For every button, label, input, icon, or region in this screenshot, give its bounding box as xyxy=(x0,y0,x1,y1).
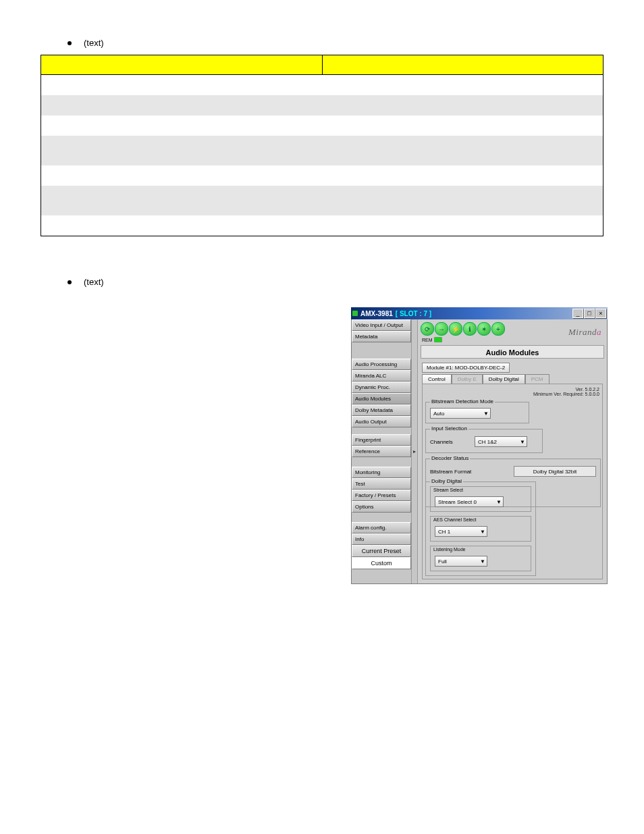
listening-mode-label: Listening Mode xyxy=(433,547,465,552)
bullet-text: (text) xyxy=(84,277,104,287)
table-cell xyxy=(41,165,323,186)
sidebar: Video Input / Output Metadata Audio Proc… xyxy=(352,319,412,583)
chevron-down-icon: ▼ xyxy=(496,499,502,505)
bullet-text: (text) xyxy=(84,38,104,48)
stream-select-label: Stream Select xyxy=(433,488,463,492)
app-icon xyxy=(352,311,358,316)
sidebar-item-factory-presets[interactable]: Factory / Presets xyxy=(352,490,411,501)
version-label: Ver. 5.0.2.2 xyxy=(533,387,599,392)
toolbar-icon-6[interactable]: + xyxy=(491,322,505,336)
sidebar-item-fingerprint[interactable]: Fingerprint xyxy=(352,434,411,446)
bitstream-mode-select[interactable]: Auto ▼ xyxy=(430,408,491,419)
panel-title: Audio Modules xyxy=(421,345,604,359)
bitstream-mode-value: Auto xyxy=(433,411,444,417)
table-cell xyxy=(41,95,323,115)
bitstream-format-label: Bitstream Format xyxy=(430,469,471,475)
window-title: AMX-3981 xyxy=(360,310,393,317)
reference-table xyxy=(41,55,603,236)
sidebar-item-info[interactable]: Info xyxy=(352,533,411,545)
listening-mode-select[interactable]: Full ▼ xyxy=(435,556,487,567)
rem-led-icon xyxy=(434,337,442,342)
table-cell xyxy=(322,136,603,165)
sidebar-item-dolby-metadata[interactable]: Dolby Metadata xyxy=(352,405,411,416)
table-cell xyxy=(322,115,603,136)
aes-channel-label: AES Channel Select xyxy=(433,517,476,522)
sidebar-item-monitoring[interactable]: Monitoring xyxy=(352,467,411,478)
input-selection-group-label: Input Selection xyxy=(430,425,468,432)
toolbar-icon-2[interactable]: → xyxy=(435,322,448,336)
chevron-down-icon: ▼ xyxy=(520,439,525,445)
window-slot: [ SLOT : 7 ] xyxy=(396,310,431,317)
tab-pcm[interactable]: PCM xyxy=(525,374,549,384)
channels-select[interactable]: CH 1&2 ▼ xyxy=(475,436,527,447)
sidebar-item-miranda-alc[interactable]: Miranda ALC xyxy=(352,370,411,382)
table-cell xyxy=(322,165,603,186)
main-panel: ⟳ → ⚡ ℹ ✶ + REM Miranda Audio Modules xyxy=(418,319,607,583)
sidebar-item-options[interactable]: Options xyxy=(352,501,411,513)
stream-select[interactable]: Stream Select 0 ▼ xyxy=(435,496,504,507)
sidebar-item-dynamic-proc[interactable]: Dynamic Proc. xyxy=(352,382,411,393)
tab-dolby-digital[interactable]: Dolby Digital xyxy=(483,374,525,384)
chevron-right-icon: ▸ xyxy=(413,448,416,454)
dolby-digital-group-label: Dolby Digital xyxy=(430,478,463,484)
listening-mode-value: Full xyxy=(438,558,447,565)
sidebar-expand-arrow[interactable]: ▸ xyxy=(412,319,418,583)
tab-control[interactable]: Control xyxy=(422,374,452,384)
min-version-label: Minimum Ver. Required: 5.0.0.0 xyxy=(533,392,599,396)
table-header xyxy=(41,55,323,75)
toolbar-icon-1[interactable]: ⟳ xyxy=(421,322,434,336)
table-cell xyxy=(322,75,603,96)
sidebar-item-test[interactable]: Test xyxy=(352,478,411,490)
module-id-label: Module #1: MOD-DOLBY-DEC-2 xyxy=(422,363,510,373)
chevron-down-icon: ▼ xyxy=(480,558,485,565)
aes-channel-value: CH 1 xyxy=(438,529,450,535)
sidebar-item-alarm-config[interactable]: Alarm config. xyxy=(352,522,411,533)
bullet-dot-icon xyxy=(68,280,72,284)
rem-label: REM xyxy=(422,338,433,342)
sidebar-item-metadata[interactable]: Metadata xyxy=(352,331,411,342)
table-cell xyxy=(41,75,323,96)
table-cell xyxy=(41,136,323,165)
table-cell xyxy=(41,115,323,136)
minimize-button[interactable]: _ xyxy=(572,309,583,318)
channels-value: CH 1&2 xyxy=(478,439,497,445)
channels-label: Channels xyxy=(430,439,471,445)
table-header xyxy=(322,55,603,75)
bullet-item: (text) xyxy=(68,38,610,48)
app-window: AMX-3981 [ SLOT : 7 ] _ □ × Video Input … xyxy=(351,307,608,584)
aes-channel-select[interactable]: CH 1 ▼ xyxy=(435,526,487,537)
brand-logo: Miranda xyxy=(568,327,604,338)
sidebar-item-audio-output[interactable]: Audio Output xyxy=(352,416,411,427)
table-cell xyxy=(41,186,323,215)
toolbar-icon-5[interactable]: ✶ xyxy=(477,322,491,336)
bullet-item: (text) xyxy=(68,277,610,287)
table-cell xyxy=(41,215,323,236)
current-preset-label: Current Preset xyxy=(352,545,411,557)
maximize-button[interactable]: □ xyxy=(584,309,595,318)
sidebar-item-audio-modules[interactable]: Audio Modules xyxy=(352,393,411,405)
table-cell xyxy=(322,215,603,236)
current-preset-value: Custom xyxy=(352,557,411,569)
bullet-dot-icon xyxy=(68,41,72,45)
decoder-status-group-label: Decoder Status xyxy=(430,455,470,461)
toolbar-icon-3[interactable]: ⚡ xyxy=(449,322,462,336)
tab-dolby-e[interactable]: Dolby E xyxy=(452,374,483,384)
close-button[interactable]: × xyxy=(595,309,606,318)
sidebar-item-video-io[interactable]: Video Input / Output xyxy=(352,319,411,331)
table-cell xyxy=(322,95,603,115)
chevron-down-icon: ▼ xyxy=(483,411,489,417)
bitstream-group-label: Bitstream Detection Mode xyxy=(430,398,495,405)
sidebar-item-audio-processing[interactable]: Audio Processing xyxy=(352,359,411,370)
bitstream-format-value: Dolby Digital 32bit xyxy=(514,466,596,477)
chevron-down-icon: ▼ xyxy=(480,529,485,535)
sidebar-item-reference[interactable]: Reference xyxy=(352,446,411,457)
stream-select-value: Stream Select 0 xyxy=(438,499,477,505)
toolbar-icon-4[interactable]: ℹ xyxy=(463,322,477,336)
table-cell xyxy=(322,186,603,215)
window-titlebar[interactable]: AMX-3981 [ SLOT : 7 ] _ □ × xyxy=(351,307,608,319)
